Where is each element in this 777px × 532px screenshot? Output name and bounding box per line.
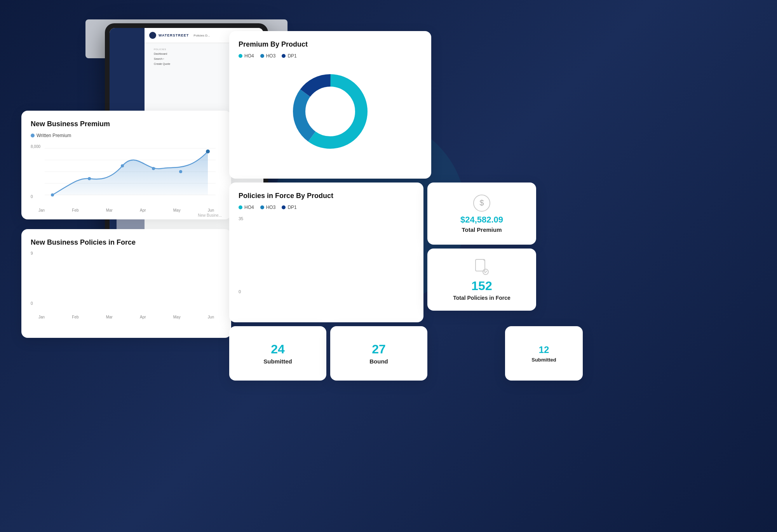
pbp-legend-ho3-dot [260,54,264,58]
nbp-x-mar: Mar [106,208,113,212]
nbpif-y-max: 9 [31,251,33,256]
tablet-logo-icon [149,32,156,39]
svg-rect-5 [476,259,485,271]
nbp-dot-jun [206,150,210,153]
nbp-legend-written-premium: Written Premium [31,133,71,138]
nbp-x-apr: Apr [140,208,146,212]
pbp-legend-ho4: HO4 [239,53,254,59]
card-submitted-right: 12 Submitted [505,326,583,381]
tablet-brand: WATERSTREET [159,33,189,37]
card-new-business-policies: New Business Policies in Force 9 0 [21,229,231,338]
dollar-icon: $ [479,198,484,207]
nbp-y-min: 0 [31,195,33,199]
pifbp-label-ho3: HO3 [266,205,276,210]
total-premium-value: $24,582.09 [460,215,503,225]
nbpif-x-may: May [173,315,181,319]
pifbp-legend-ho3: HO3 [260,205,276,210]
pbp-legend: HO4 HO3 DP1 [239,53,422,59]
pifbp-y-min: 0 [239,289,241,294]
submitted-right-label: Submitted [531,357,556,363]
bound-value: 27 [372,342,386,356]
pifbp-dot-dp1 [282,205,286,209]
card-total-premium: $ $24,582.09 Total Premium [427,183,536,245]
nbpif-x-jun: Jun [208,315,214,319]
card-total-policies: 152 Total Policies in Force [427,249,536,311]
nbp-x-may: May [173,208,181,212]
total-premium-icon: $ [473,195,490,212]
nbp-dot-jan [51,193,54,196]
pifbp-title: Policies in Force By Product [239,192,414,200]
nbpif-x-labels: Jan Feb Mar Apr May Jun [31,315,222,319]
nbp-legend-label: Written Premium [37,133,71,138]
submitted-label: Submitted [263,358,292,365]
pbp-legend-ho4-label: HO4 [244,53,254,59]
tablet-logo: WATERSTREET [149,32,189,39]
pbp-legend-dp1-label: DP1 [287,53,296,59]
nbp-x-feb: Feb [72,208,78,212]
pifbp-y-max: 35 [239,216,243,221]
nbp-dot-may [179,170,182,173]
pifbp-legend-ho4: HO4 [239,205,254,210]
pifbp-dot-ho4 [239,205,242,209]
total-policies-label: Total Policies in Force [453,295,510,301]
nbp-legend-dot [31,134,35,137]
pifbp-legend-dp1: DP1 [282,205,296,210]
total-policies-value: 152 [471,279,492,293]
nbp-title: New Business Premium [31,120,222,128]
nbp-svg [31,144,222,205]
nbpif-y-min: 0 [31,301,33,306]
card-premium-by-product: Premium By Product HO4 HO3 DP1 [229,31,431,179]
card-bound: 27 Bound [330,326,427,381]
pifbp-bars [239,216,414,294]
nbp-area-fill [52,151,208,195]
pbp-legend-ho4-dot [239,54,242,58]
pbp-legend-ho3: HO3 [260,53,276,59]
submitted-right-value: 12 [539,344,549,355]
nbpif-x-feb: Feb [72,315,78,319]
bound-label: Bound [369,358,388,365]
nbp-y-max: 8,000 [31,144,40,149]
nbp-x-labels: Jan Feb Mar Apr May Jun [31,208,222,212]
nbp-dot-apr [152,167,155,170]
pbp-legend-ho3-label: HO3 [266,53,276,59]
nbpif-x-jan: Jan [38,315,45,319]
pifbp-label-dp1: DP1 [287,205,296,210]
tablet-breadcrumb: Policies D... [193,34,210,37]
nbpif-title: New Business Policies in Force [31,238,222,247]
pbp-legend-dp1: DP1 [282,53,296,59]
submitted-value: 24 [271,342,285,356]
policies-doc-icon [475,259,489,276]
total-premium-label: Total Premium [462,226,502,233]
nbp-dot-mar [121,164,124,167]
nbpif-chart: 9 0 [31,251,222,313]
nbpif-x-mar: Mar [106,315,113,319]
pbp-donut [239,65,422,158]
nbp-chart: 8,000 0 [31,144,222,207]
card-submitted: 24 Submitted [229,326,326,381]
pifbp-dot-ho3 [260,205,264,209]
pifbp-legend: HO4 HO3 DP1 [239,205,414,210]
card-policies-force-by-product: Policies in Force By Product HO4 HO3 DP1… [229,183,423,322]
nbp-dot-feb [88,177,91,180]
nbp-legend: Written Premium [31,133,222,138]
nbpif-bars [31,251,222,309]
pbp-title: Premium By Product [239,40,422,49]
card-new-business-premium: New Business Premium Written Premium 8,0… [21,111,231,219]
nbpif-x-apr: Apr [140,315,146,319]
pifbp-label-ho4: HO4 [244,205,254,210]
pbp-donut-svg [284,65,377,158]
nbp-x-jan: Jan [38,208,45,212]
nbp-footer-label: New Busine... [31,213,222,217]
nbp-x-jun: Jun [208,208,214,212]
pifbp-chart: 35 0 [239,216,414,302]
pbp-legend-dp1-dot [282,54,286,58]
